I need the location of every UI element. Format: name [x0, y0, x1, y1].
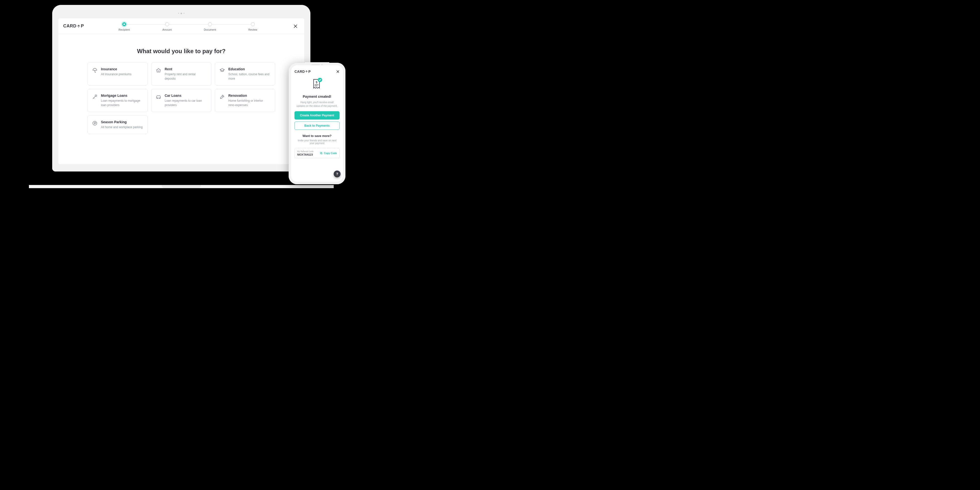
save-subtitle: Invite your friends and save on next you… — [296, 139, 339, 145]
category-desc: All insurance premiums — [101, 72, 143, 76]
step-review[interactable]: Review — [231, 22, 274, 31]
step-label: Recipient — [119, 28, 130, 31]
category-education[interactable]: Education School, tuition, course fees a… — [215, 62, 275, 86]
laptop-base — [29, 185, 334, 188]
copy-code-button[interactable]: Copy Code — [320, 152, 337, 154]
svg-text:$: $ — [158, 70, 159, 72]
brand-text-suffix: P — [81, 24, 84, 29]
save-more-section: Want to save more? Invite your friends a… — [291, 132, 343, 145]
referral-box: My Referral Code NICKTAN123 Copy Code — [294, 148, 340, 158]
copy-icon — [320, 152, 323, 154]
help-button[interactable]: ? — [334, 170, 340, 177]
category-title: Season Parking — [101, 120, 143, 124]
laptop-body: CARD P Recipient Amount — [52, 5, 310, 172]
category-title: Education — [228, 67, 270, 71]
desktop-header: CARD P Recipient Amount — [58, 18, 304, 34]
brand-logo: CARD P — [63, 24, 84, 29]
step-recipient[interactable]: Recipient — [103, 22, 146, 31]
category-rent[interactable]: $ Rent Property rent and rental deposits — [151, 62, 212, 86]
category-desc: School, tuition, course fees and more — [228, 72, 270, 81]
copy-code-label: Copy Code — [324, 152, 337, 154]
hammer-icon — [220, 94, 225, 99]
key-icon — [92, 94, 97, 99]
category-title: Renovation — [228, 94, 270, 97]
referral-label: My Referral Code — [297, 150, 313, 153]
close-icon[interactable] — [293, 24, 298, 29]
brand-text-prefix: CARD — [63, 24, 76, 29]
umbrella-icon — [92, 68, 97, 73]
progress-stepper: Recipient Amount Document Review — [84, 22, 293, 31]
category-title: Insurance — [101, 67, 143, 71]
car-icon — [156, 94, 161, 99]
step-dot — [208, 22, 212, 26]
category-insurance[interactable]: Insurance All insurance premiums — [88, 62, 148, 86]
category-title: Rent — [165, 67, 207, 71]
step-amount[interactable]: Amount — [146, 22, 188, 31]
category-title: Mortgage Loans — [101, 94, 143, 97]
receipt-check-icon: $ — [312, 78, 323, 91]
laptop-camera — [178, 13, 185, 14]
create-another-payment-button[interactable]: Create Another Payment — [294, 111, 340, 119]
category-desc: Property rent and rental deposits — [165, 72, 207, 81]
svg-text:$: $ — [316, 81, 318, 84]
brand-up-icon — [77, 24, 81, 28]
mobile-actions: Create Another Payment Back to Payments — [291, 108, 343, 132]
close-icon[interactable] — [336, 70, 340, 73]
category-grid: Insurance All insurance premiums $ Rent … — [73, 62, 290, 134]
step-label: Review — [248, 28, 257, 31]
category-desc: Loan repayments to car loan providers — [165, 99, 207, 107]
mobile-header: CARD P — [291, 65, 343, 76]
page-title: What would you like to pay for? — [73, 48, 290, 55]
step-dot — [165, 22, 169, 26]
svg-point-4 — [93, 121, 97, 126]
brand-text-suffix: P — [308, 70, 311, 73]
step-label: Amount — [162, 28, 172, 31]
referral-code: NICKTAN123 — [297, 153, 313, 156]
category-mortgage[interactable]: Mortgage Loans Loan repayments to mortga… — [88, 89, 148, 112]
graduation-icon — [220, 68, 225, 73]
laptop-hinge-notch — [162, 185, 201, 188]
category-desc: All home and workplace parking — [101, 125, 143, 129]
mobile-title: Payment created! — [303, 95, 331, 99]
step-dot — [122, 22, 126, 26]
category-parking[interactable]: Season Parking All home and workplace pa… — [88, 115, 148, 134]
parking-icon — [92, 121, 97, 126]
house-dollar-icon: $ — [156, 68, 161, 73]
category-desc: Loan repayments to mortgage loan provide… — [101, 99, 143, 107]
laptop-mock: CARD P Recipient Amount — [52, 5, 310, 185]
category-renovation[interactable]: Renovation Home furnishing or interior r… — [215, 89, 275, 112]
brand-logo: CARD P — [294, 70, 311, 73]
desktop-app: CARD P Recipient Amount — [58, 18, 304, 164]
mobile-subtitle: Hang tight, you'll receive email updates… — [296, 100, 339, 108]
brand-text-prefix: CARD — [294, 70, 305, 73]
save-title: Want to save more? — [296, 134, 339, 138]
mobile-app: CARD P $ Payment created! Han — [291, 65, 343, 182]
category-desc: Home furnishing or interior reno-expense… — [228, 99, 270, 107]
category-title: Car Loans — [165, 94, 207, 97]
desktop-body: What would you like to pay for? Insuranc… — [58, 34, 304, 164]
step-document[interactable]: Document — [188, 22, 231, 31]
brand-up-icon — [305, 70, 308, 73]
mobile-hero: $ Payment created! Hang tight, you'll re… — [291, 76, 343, 108]
category-car-loans[interactable]: Car Loans Loan repayments to car loan pr… — [151, 89, 212, 112]
step-label: Document — [204, 28, 216, 31]
step-dot — [251, 22, 255, 26]
help-icon: ? — [336, 172, 338, 176]
back-to-payments-button[interactable]: Back to Payments — [294, 121, 340, 130]
phone-mock: CARD P $ Payment created! Han — [289, 63, 345, 184]
